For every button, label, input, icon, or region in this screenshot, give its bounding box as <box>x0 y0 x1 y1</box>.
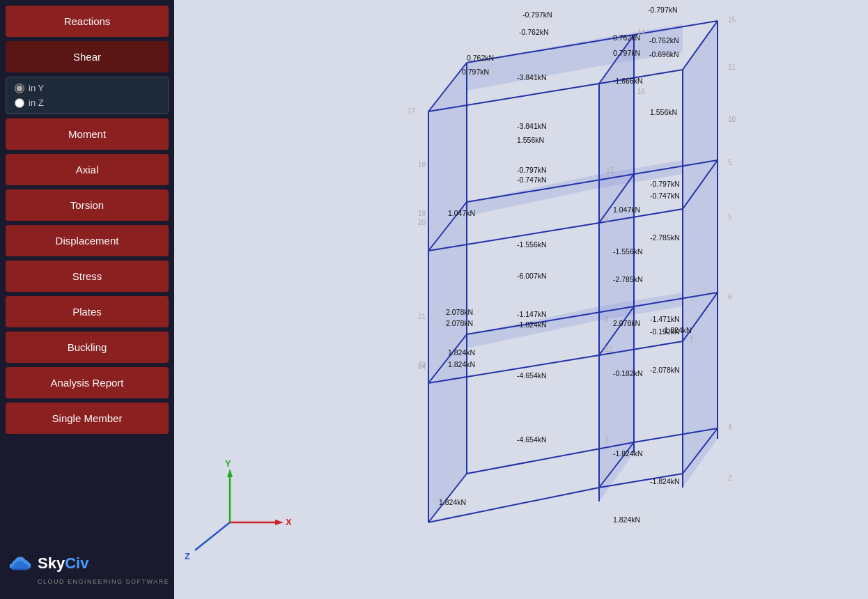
force-label-43: 1.824kN <box>613 515 640 524</box>
analysis-report-button[interactable]: Analysis Report <box>6 367 169 398</box>
x-axis-label: X <box>286 517 292 527</box>
buckling-button[interactable]: Buckling <box>6 332 169 363</box>
force-label-23: -1.556kN <box>613 247 643 256</box>
force-label-18: 1.047kN <box>613 205 640 214</box>
force-label-14: 1.556kN <box>650 108 677 116</box>
node-4: 4 <box>728 423 732 431</box>
force-label-37: -0.182kN <box>613 369 643 378</box>
main-diagram-area: 15 14 16 11 10 17 5 5 18 12 19 20 9 6 21… <box>174 0 868 599</box>
node-21: 21 <box>418 313 426 320</box>
stress-button[interactable]: Stress <box>6 260 169 292</box>
force-label-36: -4.654kN <box>517 371 547 380</box>
axial-button[interactable]: Axial <box>6 154 169 185</box>
force-label-16: -0.747kN <box>517 176 547 184</box>
force-label-7: 0.797kN <box>613 49 640 57</box>
force-label-30: 2.078kN <box>613 319 640 327</box>
plates-button[interactable]: Plates <box>6 296 169 327</box>
force-label-24: -2.785kN <box>650 233 680 242</box>
node-20: 20 <box>418 219 426 226</box>
force-label-3: -0.797kN <box>648 6 678 14</box>
node-24: 24 <box>418 363 426 371</box>
node-7: 7 <box>690 336 694 344</box>
force-label-10: -3.841kN <box>517 73 547 81</box>
force-label-9: -0.696kN <box>649 50 679 59</box>
civ-text: Civ <box>65 554 88 572</box>
node-22: 22 <box>605 345 613 353</box>
node-12: 12 <box>606 166 614 174</box>
force-label-42: 1.824kN <box>439 498 466 506</box>
node-5-top: 5 <box>728 159 732 166</box>
node-9: 9 <box>605 217 609 224</box>
y-axis-label: Y <box>225 458 231 469</box>
node-3: 3 <box>605 436 609 444</box>
force-label-4: 0.762kN <box>467 54 494 62</box>
moment-button[interactable]: Moment <box>6 118 169 150</box>
force-label-2: -0.762kN <box>519 28 549 36</box>
force-label-6: 0.762kN <box>613 33 640 42</box>
logo-subtitle: CLOUD ENGINEERING SOFTWARE <box>38 578 169 585</box>
node-10: 10 <box>728 116 736 123</box>
skyciv-logo-icon <box>7 550 33 577</box>
node-19: 19 <box>418 210 426 217</box>
force-label-1: -0.797kN <box>522 10 552 19</box>
force-label-33: -1.824kN <box>662 326 692 334</box>
z-axis-label: Z <box>185 551 190 561</box>
force-label-11: -1.666kN <box>613 77 643 85</box>
reactions-button[interactable]: Reactions <box>6 6 169 37</box>
shear-button[interactable]: Shear <box>6 41 169 72</box>
in-z-radio-label[interactable]: in Z <box>15 98 160 108</box>
in-y-label: in Y <box>29 83 44 93</box>
force-label-15: -0.797kN <box>517 166 547 174</box>
force-label-22: -6.007kN <box>517 272 547 280</box>
force-label-17: 1.047kN <box>448 209 475 217</box>
force-label-25: -2.785kN <box>613 275 643 283</box>
force-label-29: -1.824kN <box>517 320 547 329</box>
force-label-34: 1.824kN <box>448 348 475 357</box>
force-label-21: -1.556kN <box>517 240 547 249</box>
in-y-radio[interactable] <box>15 84 24 93</box>
force-label-20: -0.747kN <box>650 192 680 200</box>
displacement-button[interactable]: Displacement <box>6 225 169 256</box>
force-label-8: -0.762kN <box>649 36 679 45</box>
force-label-19: -0.797kN <box>650 180 680 188</box>
node-6: 6 <box>728 293 732 301</box>
node-5-mid: 5 <box>728 213 732 221</box>
node-17: 17 <box>408 107 416 115</box>
force-label-32: -1.471kN <box>650 315 680 323</box>
single-member-button[interactable]: Single Member <box>6 403 169 434</box>
in-z-radio[interactable] <box>15 98 24 108</box>
structure-diagram: 15 14 16 11 10 17 5 5 18 12 19 20 9 6 21… <box>174 0 868 599</box>
node-18: 18 <box>418 161 426 169</box>
logo-text: SkyCiv <box>38 554 88 573</box>
shear-radio-group: in Y in Z <box>6 77 169 114</box>
sky-text: Sky <box>38 554 65 572</box>
node-16: 16 <box>637 88 646 95</box>
force-label-5: 0.797kN <box>462 68 489 76</box>
svg-rect-0 <box>174 0 868 599</box>
in-z-label: in Z <box>29 98 44 108</box>
node-8: 8 <box>605 316 609 323</box>
force-label-13: 1.556kN <box>517 136 544 144</box>
logo-container: SkyCiv <box>7 550 88 577</box>
force-label-40: -1.824kN <box>613 449 643 458</box>
torsion-button[interactable]: Torsion <box>6 189 169 221</box>
node-2: 2 <box>728 474 732 482</box>
force-label-38: -2.078kN <box>650 366 680 374</box>
force-label-26: 2.078kN <box>446 308 473 316</box>
sidebar: Reactions Shear in Y in Z Moment Axial T… <box>0 0 174 599</box>
force-label-35: 1.824kN <box>448 360 475 368</box>
force-label-39: -4.654kN <box>517 435 547 444</box>
node-11: 11 <box>728 63 736 71</box>
node-15: 15 <box>728 16 736 24</box>
force-label-41: -1.824kN <box>650 477 680 485</box>
force-label-27: 2.078kN <box>446 319 473 327</box>
force-label-28: -1.147kN <box>517 310 547 318</box>
in-y-radio-label[interactable]: in Y <box>15 83 160 93</box>
logo-area: SkyCiv CLOUD ENGINEERING SOFTWARE <box>7 550 169 585</box>
force-label-12: -3.841kN <box>517 122 547 130</box>
